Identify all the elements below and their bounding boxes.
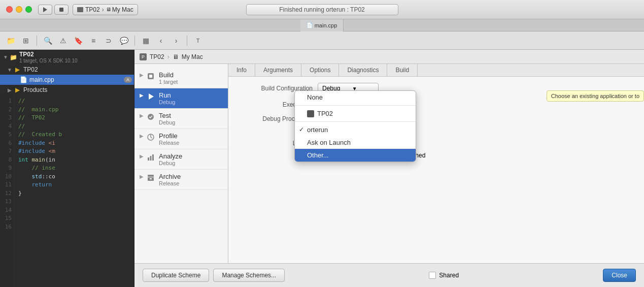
scheme-items-list: ▶ Build 1 target ▶ Run [134,64,228,263]
scheme-selector[interactable]: TP02 › 🖥 My Mac [73,4,138,15]
run-icon [146,91,156,102]
titlebar: TP02 › 🖥 My Mac Finished running orterun… [0,0,644,19]
tooltip-hint: Choose an existing application or to [547,90,644,102]
scheme-tabs: Info Arguments Options Diagnostics Build [228,64,644,77]
dropdown-orterun[interactable]: orterun [295,123,416,136]
toolbar: 📁 ⊞ 🔍 ⚠ 🔖 ≡ ⊃ 💬 ▦ ‹ › T [0,31,644,50]
run-button[interactable] [38,5,52,15]
tab-arguments[interactable]: Arguments [255,64,301,76]
svg-rect-5 [148,157,149,161]
project-icon: P [140,53,147,60]
separator-1 [37,36,37,46]
tab-build[interactable]: Build [387,64,418,76]
analyze-icon [146,152,156,163]
dropdown-sep2 [295,121,416,122]
warning-icon[interactable]: ⚠ [56,35,70,47]
sidebar-item-products[interactable]: ▶ ▶ Products [0,85,134,95]
dropdown-tp02[interactable]: TP02 [295,107,416,120]
tab-main-cpp[interactable]: 📄 main.cpp [300,19,344,31]
scheme-editor: P TP02 › 🖥 My Mac ▶ Build 1 target [134,50,644,287]
bookmark-icon[interactable]: 🔖 [72,35,85,47]
dropdown-other[interactable]: Other... [295,149,416,162]
build-icon [146,71,156,81]
tab-info[interactable]: Info [228,64,255,76]
code-area: 12345678910111213141516 // // main.cpp /… [0,95,134,286]
folder-icon[interactable]: 📁 [4,35,17,47]
dropdown-sep1 [295,105,416,106]
svg-rect-10 [150,178,152,179]
svg-marker-2 [149,93,154,100]
forward-icon[interactable]: › [170,35,183,47]
shared-checkbox-area: Shared [429,272,459,279]
sidebar-item-main-cpp[interactable]: ▶ 📄 main.cpp A [0,75,134,85]
minimize-button[interactable] [16,6,22,13]
main-layout: ▼ 📁 TP02 1 target, OS X SDK 10.10 ▼ ▶ TP… [0,50,644,287]
sidebar: ▼ 📁 TP02 1 target, OS X SDK 10.10 ▼ ▶ TP… [0,50,134,287]
shared-label: Shared [439,272,459,279]
sidebar-item-tp02-group[interactable]: ▼ ▶ TP02 [0,65,134,75]
duplicate-scheme-button[interactable]: Duplicate Scheme [143,269,209,282]
test-icon [146,112,156,122]
tp02-icon [307,110,314,117]
profile-icon [146,132,156,142]
comment-icon[interactable]: 💬 [117,35,130,47]
tab-diagnostics[interactable]: Diagnostics [339,64,387,76]
line-numbers: 12345678910111213141516 [0,95,14,286]
tab-bar: 📄 main.cpp [0,19,644,31]
scheme-item-profile[interactable]: ▶ Profile Release [134,129,228,149]
dropdown-none[interactable]: None [295,91,416,104]
code-content: // // main.cpp // TP02 // // Created b #… [14,95,66,286]
breadcrumb: P TP02 › 🖥 My Mac [134,50,644,64]
scheme-panel: ▶ Build 1 target ▶ Run [134,64,644,263]
search-icon[interactable]: 🔍 [41,35,54,47]
list-icon[interactable]: ≡ [87,35,100,47]
scheme-settings: Info Arguments Options Diagnostics Build… [228,64,644,263]
separator-3 [187,36,187,46]
traffic-lights [0,6,32,13]
close-button[interactable]: Close [603,269,636,282]
back-icon[interactable]: ‹ [154,35,167,47]
zoom-button[interactable] [25,6,32,13]
manage-schemes-button[interactable]: Manage Schemes... [213,269,285,282]
grid-icon[interactable]: ▦ [139,35,152,47]
scheme-item-run[interactable]: ▶ Run Debug [134,88,228,109]
scheme-item-test[interactable]: ▶ Test Debug [134,109,228,129]
svg-rect-7 [152,154,154,161]
branch-icon[interactable]: ⊃ [102,35,115,47]
scheme-bottom-bar: Duplicate Scheme Manage Schemes... Share… [134,263,644,287]
archive-icon [146,173,156,183]
svg-rect-8 [148,175,154,177]
svg-rect-6 [150,156,152,161]
executable-dropdown: None TP02 orterun Ask on Launch Other... [294,90,416,162]
shared-checkbox[interactable] [429,272,436,279]
playback-controls [38,5,69,15]
stop-button[interactable] [54,5,69,15]
close-button[interactable] [6,6,13,13]
separator-2 [134,36,135,46]
status-bar: Finished running orterun : TP02 [246,4,398,15]
hierarchy-icon[interactable]: ⊞ [19,35,32,47]
scheme-item-archive[interactable]: ▶ Archive Release [134,170,228,190]
scheme-item-build[interactable]: ▶ Build 1 target [134,68,228,88]
sidebar-item-tp02-root[interactable]: ▼ 📁 TP02 1 target, OS X SDK 10.10 [0,50,134,65]
svg-rect-1 [149,75,152,78]
dropdown-ask-on-launch[interactable]: Ask on Launch [295,136,416,149]
view-icon[interactable]: T [191,35,205,47]
scheme-item-analyze[interactable]: ▶ Analyze Debug [134,149,228,170]
tab-options[interactable]: Options [301,64,339,76]
